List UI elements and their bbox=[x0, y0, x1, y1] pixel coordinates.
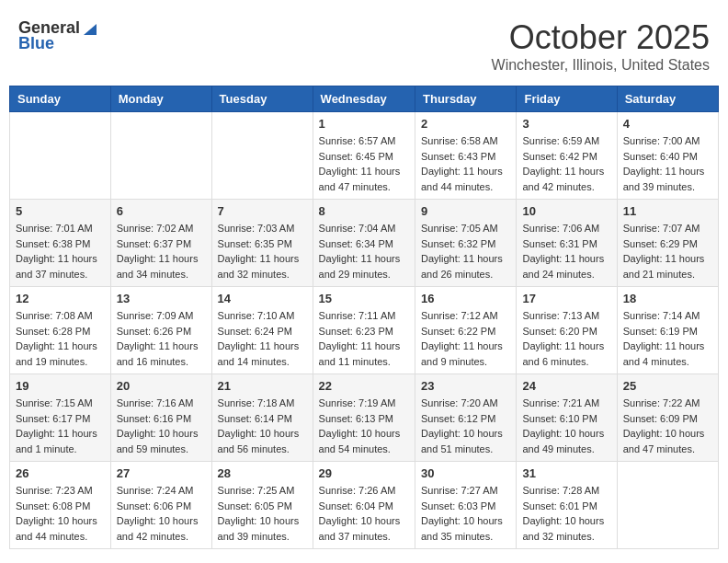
day-info: Sunrise: 7:11 AMSunset: 6:23 PMDaylight:… bbox=[319, 308, 409, 369]
day-cell-0-6: 4Sunrise: 7:00 AMSunset: 6:40 PMDaylight… bbox=[617, 112, 718, 200]
day-number: 3 bbox=[522, 117, 610, 131]
day-info: Sunrise: 7:12 AMSunset: 6:22 PMDaylight:… bbox=[421, 308, 510, 369]
day-cell-2-6: 18Sunrise: 7:14 AMSunset: 6:19 PMDayligh… bbox=[617, 287, 718, 374]
col-friday: Friday bbox=[517, 86, 617, 112]
day-info: Sunrise: 7:09 AMSunset: 6:26 PMDaylight:… bbox=[117, 308, 206, 369]
day-info: Sunrise: 6:57 AMSunset: 6:45 PMDaylight:… bbox=[319, 133, 409, 194]
day-number: 31 bbox=[522, 466, 610, 480]
week-row-1: 1Sunrise: 6:57 AMSunset: 6:45 PMDaylight… bbox=[10, 112, 719, 200]
day-number: 25 bbox=[623, 379, 712, 393]
day-number: 13 bbox=[117, 292, 206, 305]
col-saturday: Saturday bbox=[617, 86, 718, 112]
day-number: 21 bbox=[218, 379, 307, 393]
logo: General Blue bbox=[18, 18, 98, 53]
day-cell-0-4: 2Sunrise: 6:58 AMSunset: 6:43 PMDaylight… bbox=[415, 112, 517, 200]
day-cell-2-5: 17Sunrise: 7:13 AMSunset: 6:20 PMDayligh… bbox=[517, 287, 617, 374]
day-cell-0-5: 3Sunrise: 6:59 AMSunset: 6:42 PMDaylight… bbox=[517, 112, 617, 200]
location-text: Winchester, Illinois, United States bbox=[492, 57, 710, 74]
day-cell-3-4: 23Sunrise: 7:20 AMSunset: 6:12 PMDayligh… bbox=[415, 374, 517, 462]
day-cell-1-2: 7Sunrise: 7:03 AMSunset: 6:35 PMDaylight… bbox=[211, 200, 313, 287]
day-info: Sunrise: 7:15 AMSunset: 6:17 PMDaylight:… bbox=[16, 396, 105, 456]
week-row-5: 26Sunrise: 7:23 AMSunset: 6:08 PMDayligh… bbox=[10, 462, 719, 549]
day-cell-2-2: 14Sunrise: 7:10 AMSunset: 6:24 PMDayligh… bbox=[211, 287, 313, 374]
day-cell-4-2: 28Sunrise: 7:25 AMSunset: 6:05 PMDayligh… bbox=[211, 462, 313, 549]
day-cell-2-3: 15Sunrise: 7:11 AMSunset: 6:23 PMDayligh… bbox=[313, 287, 415, 374]
day-number: 14 bbox=[218, 292, 307, 305]
day-cell-4-3: 29Sunrise: 7:26 AMSunset: 6:04 PMDayligh… bbox=[313, 462, 415, 549]
day-info: Sunrise: 7:26 AMSunset: 6:04 PMDaylight:… bbox=[319, 483, 409, 544]
day-info: Sunrise: 7:28 AMSunset: 6:01 PMDaylight:… bbox=[522, 483, 610, 544]
day-cell-0-1 bbox=[110, 112, 211, 200]
day-number: 11 bbox=[623, 204, 712, 218]
day-info: Sunrise: 7:18 AMSunset: 6:14 PMDaylight:… bbox=[218, 396, 307, 456]
page-header: General Blue October 2025 Winchester, Il… bbox=[9, 9, 719, 78]
day-number: 18 bbox=[623, 292, 712, 305]
day-info: Sunrise: 7:23 AMSunset: 6:08 PMDaylight:… bbox=[16, 483, 105, 544]
day-number: 24 bbox=[522, 379, 610, 393]
day-cell-4-6 bbox=[617, 462, 718, 549]
col-monday: Monday bbox=[110, 86, 211, 112]
day-cell-3-5: 24Sunrise: 7:21 AMSunset: 6:10 PMDayligh… bbox=[517, 374, 617, 462]
day-info: Sunrise: 7:25 AMSunset: 6:05 PMDaylight:… bbox=[218, 483, 307, 544]
day-number: 5 bbox=[16, 204, 105, 218]
day-number: 16 bbox=[421, 292, 510, 305]
day-info: Sunrise: 7:00 AMSunset: 6:40 PMDaylight:… bbox=[623, 133, 712, 194]
day-number: 4 bbox=[623, 117, 712, 131]
day-number: 17 bbox=[522, 292, 610, 305]
day-info: Sunrise: 7:19 AMSunset: 6:13 PMDaylight:… bbox=[319, 396, 409, 456]
day-info: Sunrise: 7:16 AMSunset: 6:16 PMDaylight:… bbox=[117, 396, 206, 456]
col-wednesday: Wednesday bbox=[313, 86, 415, 112]
day-info: Sunrise: 7:08 AMSunset: 6:28 PMDaylight:… bbox=[16, 308, 105, 369]
week-row-3: 12Sunrise: 7:08 AMSunset: 6:28 PMDayligh… bbox=[10, 287, 719, 374]
day-info: Sunrise: 7:10 AMSunset: 6:24 PMDaylight:… bbox=[218, 308, 307, 369]
day-info: Sunrise: 7:24 AMSunset: 6:06 PMDaylight:… bbox=[117, 483, 206, 544]
day-info: Sunrise: 7:21 AMSunset: 6:10 PMDaylight:… bbox=[522, 396, 610, 456]
day-cell-1-5: 10Sunrise: 7:06 AMSunset: 6:31 PMDayligh… bbox=[517, 200, 617, 287]
day-cell-4-0: 26Sunrise: 7:23 AMSunset: 6:08 PMDayligh… bbox=[10, 462, 111, 549]
calendar-table: Sunday Monday Tuesday Wednesday Thursday… bbox=[9, 86, 719, 549]
day-info: Sunrise: 7:02 AMSunset: 6:37 PMDaylight:… bbox=[117, 221, 206, 282]
day-number: 22 bbox=[319, 379, 409, 393]
day-cell-1-3: 8Sunrise: 7:04 AMSunset: 6:34 PMDaylight… bbox=[313, 200, 415, 287]
day-number: 20 bbox=[117, 379, 206, 393]
day-info: Sunrise: 6:59 AMSunset: 6:42 PMDaylight:… bbox=[522, 133, 610, 194]
day-cell-1-4: 9Sunrise: 7:05 AMSunset: 6:32 PMDaylight… bbox=[415, 200, 517, 287]
day-info: Sunrise: 7:04 AMSunset: 6:34 PMDaylight:… bbox=[319, 221, 409, 282]
day-cell-0-3: 1Sunrise: 6:57 AMSunset: 6:45 PMDaylight… bbox=[313, 112, 415, 200]
day-info: Sunrise: 7:05 AMSunset: 6:32 PMDaylight:… bbox=[421, 221, 510, 282]
week-row-4: 19Sunrise: 7:15 AMSunset: 6:17 PMDayligh… bbox=[10, 374, 719, 462]
day-number: 28 bbox=[218, 466, 307, 480]
day-cell-4-4: 30Sunrise: 7:27 AMSunset: 6:03 PMDayligh… bbox=[415, 462, 517, 549]
day-cell-0-0 bbox=[10, 112, 111, 200]
day-info: Sunrise: 7:07 AMSunset: 6:29 PMDaylight:… bbox=[623, 221, 712, 282]
month-title: October 2025 bbox=[492, 18, 710, 57]
day-cell-2-4: 16Sunrise: 7:12 AMSunset: 6:22 PMDayligh… bbox=[415, 287, 517, 374]
day-cell-4-5: 31Sunrise: 7:28 AMSunset: 6:01 PMDayligh… bbox=[517, 462, 617, 549]
day-cell-3-0: 19Sunrise: 7:15 AMSunset: 6:17 PMDayligh… bbox=[10, 374, 111, 462]
logo-blue-text: Blue bbox=[18, 34, 54, 53]
day-number: 7 bbox=[218, 204, 307, 218]
col-sunday: Sunday bbox=[10, 86, 111, 112]
day-number: 10 bbox=[522, 204, 610, 218]
day-cell-3-1: 20Sunrise: 7:16 AMSunset: 6:16 PMDayligh… bbox=[110, 374, 211, 462]
col-thursday: Thursday bbox=[415, 86, 517, 112]
day-info: Sunrise: 7:01 AMSunset: 6:38 PMDaylight:… bbox=[16, 221, 105, 282]
day-info: Sunrise: 7:22 AMSunset: 6:09 PMDaylight:… bbox=[623, 396, 712, 456]
day-number: 1 bbox=[319, 117, 409, 131]
day-number: 6 bbox=[117, 204, 206, 218]
logo-triangle-icon bbox=[82, 20, 98, 37]
day-info: Sunrise: 7:14 AMSunset: 6:19 PMDaylight:… bbox=[623, 308, 712, 369]
day-info: Sunrise: 7:20 AMSunset: 6:12 PMDaylight:… bbox=[421, 396, 510, 456]
day-number: 23 bbox=[421, 379, 510, 393]
day-number: 12 bbox=[16, 292, 105, 305]
svg-marker-0 bbox=[84, 24, 97, 35]
title-block: October 2025 Winchester, Illinois, Unite… bbox=[492, 18, 710, 74]
calendar-header-row: Sunday Monday Tuesday Wednesday Thursday… bbox=[10, 86, 719, 112]
day-number: 2 bbox=[421, 117, 510, 131]
day-number: 26 bbox=[16, 466, 105, 480]
day-info: Sunrise: 7:27 AMSunset: 6:03 PMDaylight:… bbox=[421, 483, 510, 544]
day-cell-0-2 bbox=[211, 112, 313, 200]
day-number: 30 bbox=[421, 466, 510, 480]
day-number: 8 bbox=[319, 204, 409, 218]
day-cell-2-0: 12Sunrise: 7:08 AMSunset: 6:28 PMDayligh… bbox=[10, 287, 111, 374]
